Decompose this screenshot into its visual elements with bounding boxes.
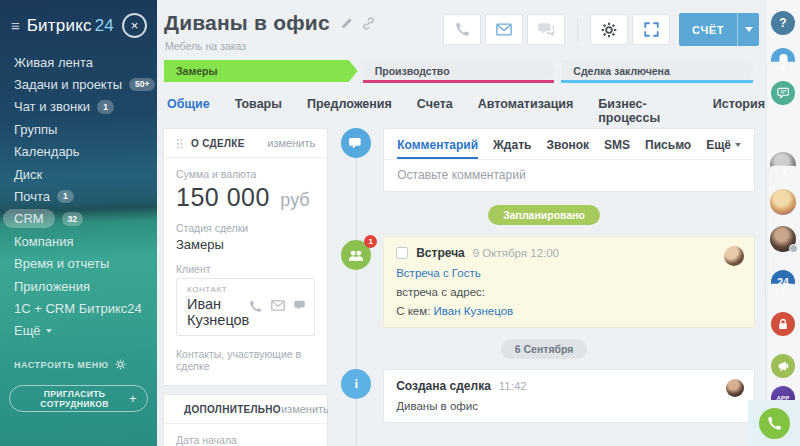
tab-scheta[interactable]: Счета <box>417 97 453 131</box>
contact-chat-icon[interactable] <box>294 300 308 313</box>
edit-deal-link[interactable]: изменить <box>267 137 315 149</box>
avatar[interactable] <box>726 379 744 397</box>
sidebar-item-time-reports[interactable]: Время и отчеты <box>14 253 157 275</box>
sidebar-item-live-feed[interactable]: Живая лента <box>14 51 157 73</box>
meeting-card: Встреча 9 Октября 12:00 Встреча с Гость … <box>383 236 755 328</box>
comment-composer-entry: Комментарий Ждать Звонок SMS Письмо Ещё <box>333 128 755 192</box>
phone-icon <box>767 416 782 431</box>
contact-phone-icon[interactable] <box>249 300 262 313</box>
participants-label: Контакты, участвующие в сделке <box>176 347 315 385</box>
contact-email-icon[interactable] <box>271 300 285 313</box>
event-title: Создана сделка <box>396 379 491 393</box>
avatar[interactable] <box>770 226 796 252</box>
sidebar-item-drive[interactable]: Диск <box>14 163 157 185</box>
avatar[interactable]: 1 <box>770 152 796 178</box>
bitrix24-app-button[interactable]: 24 2 <box>771 270 795 294</box>
fullscreen-button[interactable] <box>632 14 670 45</box>
deal-stage-bar: Замеры Производство Сделка заключена <box>164 60 755 82</box>
logo-row: ≡ Битрикс24 × <box>0 0 157 38</box>
meeting-datetime: 9 Октября 12:00 <box>473 247 559 259</box>
sidebar-item-calendar[interactable]: Календарь <box>14 141 157 163</box>
edit-title-icon[interactable] <box>340 17 353 30</box>
configure-menu-link[interactable]: НАСТРОИТЬ МЕНЮ <box>14 359 157 370</box>
settings-button[interactable] <box>590 14 628 45</box>
tab-obschie[interactable]: Общие <box>167 97 210 131</box>
comment-composer-card: Комментарий Ждать Звонок SMS Письмо Ещё <box>383 128 755 192</box>
brand-logo: Битрикс24 <box>27 16 122 36</box>
badge: 50+ <box>129 78 155 91</box>
stage-zamery[interactable]: Замеры <box>164 60 358 82</box>
tab-istoriya[interactable]: История <box>713 97 765 131</box>
meeting-checkbox[interactable] <box>396 247 408 259</box>
gear-icon <box>115 359 126 370</box>
event-text: Диваны в офис <box>396 400 742 412</box>
notifications-button[interactable]: 2 <box>771 48 795 72</box>
sidebar-item-tasks[interactable]: Задачи и проекты50+ <box>14 73 157 95</box>
sidebar-item-apps[interactable]: Приложения <box>14 275 157 297</box>
sidebar-item-more[interactable]: Ещё <box>14 320 157 342</box>
announcements-button[interactable] <box>771 354 795 378</box>
stage-sdelka-zaklyuchena[interactable]: Сделка заключена <box>561 60 755 82</box>
stage-value: Замеры <box>176 237 315 252</box>
brand-logo-suffix: 24 <box>95 16 114 35</box>
sidebar-item-crm[interactable]: CRM32 <box>14 208 157 230</box>
right-rail: ? 2 1 Пн, 16 О... 24 2 Пн, 9 Окт... Ср, … <box>765 0 800 446</box>
meeting-address-line: встреча с адрес: <box>396 286 742 298</box>
call-widget-button[interactable] <box>759 408 790 439</box>
help-button[interactable]: ? <box>771 11 795 35</box>
comment-bubble-icon <box>341 128 371 158</box>
sidebar-item-mail[interactable]: Почта1 <box>14 185 157 207</box>
tab-tovary[interactable]: Товары <box>235 97 282 131</box>
comment-input[interactable] <box>384 160 754 191</box>
panel-title: О СДЕЛКЕ <box>191 138 267 149</box>
composer-tab-wait[interactable]: Ждать <box>493 138 531 159</box>
amount-currency: руб <box>280 190 309 210</box>
sidebar-item-chat[interactable]: Чат и звонки1 <box>14 96 157 118</box>
meeting-subject-link[interactable]: Встреча с Гость <box>396 267 742 279</box>
invite-employees-button[interactable]: ПРИГЛАСИТЬ СОТРУДНИКОВ + <box>9 385 148 412</box>
link-icon[interactable] <box>362 17 375 30</box>
call-widget-strip <box>748 400 800 446</box>
envelope-icon <box>496 23 512 36</box>
composer-tab-more[interactable]: Ещё <box>706 138 741 159</box>
badge: 32 <box>62 212 83 225</box>
composer-tab-letter[interactable]: Письмо <box>645 138 691 159</box>
email-button[interactable] <box>485 14 523 45</box>
collapse-sidebar-button[interactable]: × <box>122 13 147 38</box>
tab-avtomatizatsiya[interactable]: Автоматизация <box>478 97 573 131</box>
composer-tab-sms[interactable]: SMS <box>604 138 630 159</box>
menu-burger-icon[interactable]: ≡ <box>11 18 20 33</box>
sidebar-item-groups[interactable]: Группы <box>14 118 157 140</box>
lock-app-button[interactable] <box>771 312 795 336</box>
chat-button[interactable] <box>527 14 565 45</box>
left-sidebar: ≡ Битрикс24 × Живая лента Задачи и проек… <box>0 0 157 446</box>
call-button[interactable] <box>443 14 481 45</box>
avatar[interactable] <box>724 246 744 266</box>
contact-name[interactable]: Иван Кузнецов <box>187 296 249 328</box>
sidebar-item-company[interactable]: Компания <box>14 230 157 252</box>
sidebar-item-1c-crm[interactable]: 1С + CRM Битрикс24 <box>14 297 157 319</box>
panel-title: ДОПОЛНИТЕЛЬНО <box>184 404 281 415</box>
drag-handle[interactable] <box>176 138 183 149</box>
edit-additional-link[interactable]: изменить <box>281 403 328 415</box>
client-contact-card[interactable]: КОНТАКТ Иван Кузнецов <box>176 278 315 336</box>
invoice-dropdown-caret[interactable] <box>737 13 759 46</box>
planned-status-badge: Запланировано <box>488 205 600 225</box>
contact-link[interactable]: Иван Кузнецов <box>434 305 514 317</box>
deal-info-column: О СДЕЛКЕ изменить Сумма и валюта 150 000… <box>163 128 328 446</box>
client-label: Клиент <box>176 263 315 275</box>
composer-tab-comment[interactable]: Комментарий <box>397 138 478 159</box>
event-time: 11:42 <box>499 380 527 392</box>
tab-biznes-protsessy[interactable]: Бизнес-процессы <box>598 97 688 131</box>
meeting-with-line: С кем: Иван Кузнецов <box>396 305 742 317</box>
lock-icon <box>777 318 789 330</box>
messenger-button[interactable] <box>771 81 795 105</box>
invoice-button[interactable]: СЧЁТ <box>679 13 759 46</box>
meeting-title: Встреча <box>416 246 465 260</box>
composer-tab-call[interactable]: Звонок <box>546 138 589 159</box>
timeline-column: Комментарий Ждать Звонок SMS Письмо Ещё … <box>333 128 755 446</box>
chat-icon <box>538 22 554 37</box>
avatar[interactable] <box>770 189 796 215</box>
tab-predlozheniya[interactable]: Предложения <box>307 97 392 131</box>
stage-proizvodstvo[interactable]: Производство <box>363 60 557 82</box>
